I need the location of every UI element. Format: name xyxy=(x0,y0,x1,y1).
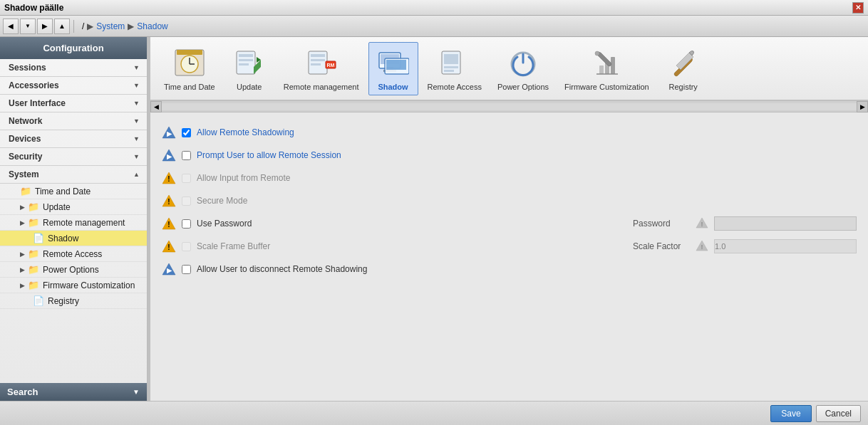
horizontal-scrollbar: ◀ ▶ xyxy=(150,101,868,112)
sidebar-item-system[interactable]: System ▲ xyxy=(0,166,147,184)
label-secure-mode: Secure Mode xyxy=(197,196,296,206)
svg-text:▶: ▶ xyxy=(167,153,172,160)
tree-item-power-options[interactable]: ▶ 📁 Power Options xyxy=(0,262,147,278)
svg-rect-10 xyxy=(311,54,325,57)
warning-icon-yellow: ! xyxy=(162,171,176,185)
checkbox-allow-disconnect[interactable] xyxy=(182,265,191,274)
chevron-right-icon: ▶ xyxy=(20,219,25,226)
scale-factor-label: Scale Factor xyxy=(633,241,690,251)
tree-item-remote-management[interactable]: ▶ 📁 Remote management xyxy=(0,215,147,231)
shadow-icon xyxy=(376,46,410,80)
sidebar-item-sessions[interactable]: Sessions ▼ xyxy=(0,59,147,77)
setting-row-secure-mode: ! Secure Mode xyxy=(162,189,857,212)
main-layout: Configuration Sessions ▼ Accessories ▼ U… xyxy=(0,37,868,401)
scroll-track[interactable] xyxy=(162,103,857,110)
up-button[interactable]: ▲ xyxy=(54,19,70,34)
setting-row-allow-input: ! Allow Input from Remote xyxy=(162,167,857,189)
folder-icon: 📁 xyxy=(28,280,39,290)
label-use-password: Use Password xyxy=(197,219,627,229)
warning-icon-gray: ! xyxy=(696,217,708,231)
tree-item-time-date[interactable]: 📁 Time and Date xyxy=(0,184,147,199)
svg-rect-7 xyxy=(239,59,253,61)
icon-item-firmware[interactable]: Firmware Customization xyxy=(558,42,656,95)
icon-item-registry[interactable]: Registry xyxy=(658,42,708,95)
chevron-down-icon: ▼ xyxy=(133,82,140,89)
svg-rect-8 xyxy=(239,63,249,65)
svg-text:!: ! xyxy=(167,221,170,229)
back-button[interactable]: ◀ xyxy=(3,19,19,34)
sidebar-item-accessories[interactable]: Accessories ▼ xyxy=(0,77,147,95)
breadcrumb-system[interactable]: System xyxy=(96,21,125,31)
checkbox-allow-remote-shadowing[interactable] xyxy=(182,128,191,137)
checkbox-prompt-user[interactable] xyxy=(182,151,191,160)
toolbar: ◀ ▼ ▶ ▲ / ▶ System ▶ Shadow xyxy=(0,16,868,37)
password-right: Password ! xyxy=(633,216,857,231)
checkbox-scale-frame-buffer xyxy=(182,242,191,251)
tree-item-remote-access[interactable]: ▶ 📁 Remote Access xyxy=(0,246,147,262)
cancel-button[interactable]: Cancel xyxy=(816,405,861,422)
tree-item-registry[interactable]: 📄 Registry xyxy=(0,293,147,309)
firmware-icon xyxy=(589,46,624,80)
remote-mgmt-icon: RM xyxy=(304,46,339,80)
close-button[interactable]: ✕ xyxy=(852,2,864,14)
svg-text:!: ! xyxy=(701,243,703,251)
warning-icon-blue: ▶ xyxy=(162,125,176,140)
tree-item-firmware[interactable]: ▶ 📁 Firmware Customization xyxy=(0,278,147,293)
warning-icon-gray-2: ! xyxy=(696,240,708,253)
label-allow-disconnect: Allow User to disconnect Remote Shadowin… xyxy=(197,264,857,274)
folder-icon: 📁 xyxy=(28,248,39,259)
checkbox-use-password[interactable] xyxy=(182,219,191,229)
svg-point-30 xyxy=(595,51,599,56)
scroll-right-button[interactable]: ▶ xyxy=(857,101,868,112)
folder-icon: 📁 xyxy=(28,201,39,212)
icon-item-shadow[interactable]: Shadow xyxy=(368,42,418,95)
tree-item-update[interactable]: ▶ 📁 Update xyxy=(0,199,147,215)
sidebar-item-devices[interactable]: Devices ▼ xyxy=(0,130,147,148)
svg-text:!: ! xyxy=(701,221,703,228)
tree-item-shadow[interactable]: 📄 Shadow xyxy=(0,231,147,246)
breadcrumb-shadow[interactable]: Shadow xyxy=(137,21,167,31)
update-icon xyxy=(232,46,267,80)
icon-item-update[interactable]: Update xyxy=(224,42,274,95)
save-button[interactable]: Save xyxy=(770,405,811,422)
setting-row-use-password: ! Use Password Password ! xyxy=(162,212,857,235)
password-input[interactable] xyxy=(714,216,857,231)
icon-item-power-options[interactable]: Power Options xyxy=(491,42,555,95)
scale-factor-input[interactable] xyxy=(714,239,857,253)
forward-button[interactable]: ▶ xyxy=(37,19,53,34)
icon-item-remote-access[interactable]: Remote Access xyxy=(421,42,488,95)
toolbar-separator xyxy=(73,20,74,33)
checkbox-secure-mode xyxy=(182,196,191,206)
chevron-down-icon: ▼ xyxy=(133,153,140,160)
chevron-down-icon: ▼ xyxy=(133,64,140,71)
label-scale-frame-buffer: Scale Frame Buffer xyxy=(197,241,296,251)
svg-text:!: ! xyxy=(167,198,170,206)
label-prompt-user: Prompt User to allow Remote Session xyxy=(197,150,857,160)
breadcrumb-arrow-shadow: ▶ xyxy=(128,21,134,31)
sidebar-item-security[interactable]: Security ▼ xyxy=(0,148,147,166)
bottom-bar: Save Cancel xyxy=(0,401,868,425)
chevron-down-icon: ▼ xyxy=(133,117,140,125)
icon-item-remote-mgmt[interactable]: RM Remote management xyxy=(277,42,366,95)
sidebar-item-network[interactable]: Network ▼ xyxy=(0,112,147,130)
setting-row-allow-disconnect: ▶ Allow User to disconnect Remote Shadow… xyxy=(162,258,857,280)
sidebar-item-user-interface[interactable]: User Interface ▼ xyxy=(0,95,147,112)
icon-label-remote-access: Remote Access xyxy=(428,82,482,92)
svg-rect-28 xyxy=(611,57,615,74)
label-allow-remote-shadowing: Allow Remote Shadowing xyxy=(197,127,857,137)
scroll-left-button[interactable]: ◀ xyxy=(150,101,162,112)
setting-row-scale-frame-buffer: ! Scale Frame Buffer Scale Factor ! xyxy=(162,235,857,258)
title-bar: Shadow päälle ✕ xyxy=(0,0,868,16)
chevron-down-icon: ▼ xyxy=(133,135,140,142)
warning-icon-yellow-4: ! xyxy=(162,239,176,253)
label-allow-input: Allow Input from Remote xyxy=(197,173,296,183)
folder-icon: 📁 xyxy=(20,186,31,196)
chevron-right-icon: ▶ xyxy=(20,266,25,273)
icon-item-time-date[interactable]: Time and Date xyxy=(157,42,222,95)
back-dropdown-button[interactable]: ▼ xyxy=(20,19,36,34)
setting-row-prompt-user: ▶ Prompt User to allow Remote Session xyxy=(162,144,857,167)
svg-rect-24 xyxy=(444,70,454,72)
warning-icon-yellow-2: ! xyxy=(162,194,176,208)
registry-icon xyxy=(666,46,701,80)
breadcrumb-arrow-system: ▶ xyxy=(87,21,93,31)
